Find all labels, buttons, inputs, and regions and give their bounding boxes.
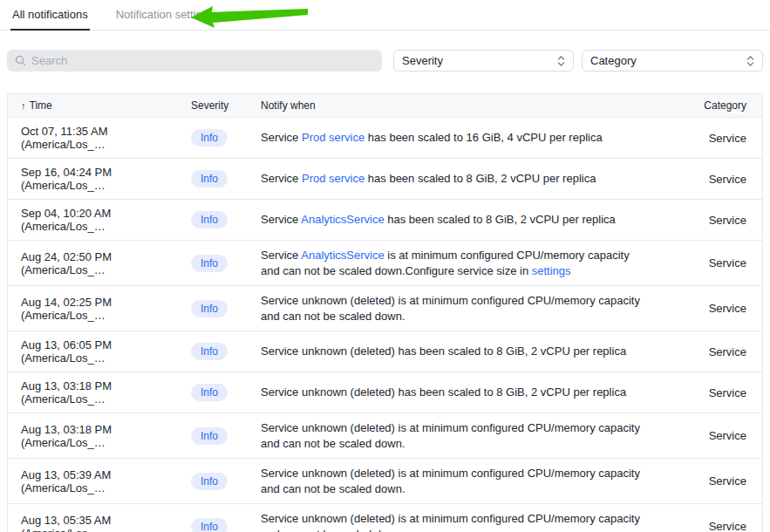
severity-filter-label: Severity (402, 54, 443, 67)
table-row[interactable]: Sep 04, 10:20 AM (America/Los_…InfoServi… (8, 200, 762, 241)
cell-category: Service (709, 302, 746, 315)
cell-category: Service (709, 173, 746, 186)
cell-severity: Info (191, 473, 261, 490)
cell-category: Service (709, 256, 746, 269)
table-row[interactable]: Aug 13, 03:18 PM (America/Los_…InfoServi… (8, 413, 762, 459)
notifications-table: ↑Time Severity Notify when Category Oct … (7, 93, 763, 532)
column-header-notify-when[interactable]: Notify when (261, 99, 644, 112)
notify-link[interactable]: Prod service (302, 172, 365, 185)
notify-text: Service (261, 213, 301, 226)
column-header-time[interactable]: ↑Time (21, 99, 191, 112)
notify-text: Service unknown (deleted) is at minimum … (261, 421, 640, 450)
cell-notify-when: Service unknown (deleted) is at minimum … (261, 293, 644, 324)
chevron-up-down-icon (557, 55, 565, 67)
table-row[interactable]: Aug 24, 02:50 PM (America/Los_…InfoServi… (8, 241, 762, 286)
cell-time: Aug 13, 03:18 PM (America/Los_… (21, 379, 191, 406)
cell-category: Service (709, 132, 746, 145)
notify-link[interactable]: Prod service (302, 131, 365, 144)
cell-notify-when: Service AnalyticsService is at minimum c… (261, 248, 644, 278)
tab-notification-settings[interactable]: Notification settings (114, 0, 216, 30)
notify-text: Service unknown (deleted) has been scale… (261, 385, 626, 399)
filters-bar: Severity Category (0, 31, 770, 72)
cell-time: Sep 04, 10:20 AM (America/Los_… (21, 207, 191, 233)
category-filter-select[interactable]: Category (582, 50, 763, 72)
column-header-severity[interactable]: Severity (191, 99, 261, 112)
cell-notify-when: Service unknown (deleted) has been scale… (261, 385, 644, 400)
cell-severity: Info (191, 211, 261, 228)
notify-text: Service (261, 131, 302, 144)
cell-severity: Info (191, 170, 261, 188)
notify-text: Service unknown (deleted) has been scale… (261, 344, 626, 358)
notify-link[interactable]: AnalyticsService (301, 213, 384, 226)
severity-badge: Info (191, 384, 228, 401)
severity-badge: Info (191, 170, 228, 188)
severity-badge: Info (191, 300, 228, 317)
cell-notify-when: Service unknown (deleted) is at minimum … (261, 420, 644, 451)
cell-time: Aug 13, 03:18 PM (America/Los_… (21, 423, 191, 449)
table-row[interactable]: Aug 14, 02:25 PM (America/Los_…InfoServi… (8, 286, 762, 331)
tab-all-notifications[interactable]: All notifications (10, 0, 90, 30)
table-row[interactable]: Sep 16, 04:24 PM (America/Los_…InfoServi… (8, 159, 762, 200)
severity-badge: Info (191, 518, 228, 532)
cell-time: Aug 14, 02:25 PM (America/Los_… (21, 296, 191, 322)
search-box[interactable] (7, 50, 382, 72)
notify-text: Service unknown (deleted) is at minimum … (261, 512, 640, 532)
cell-notify-when: Service Prod service has been scaled to … (261, 171, 644, 187)
table-header-row: ↑Time Severity Notify when Category (8, 94, 762, 118)
notify-text: has been scaled to 8 GiB, 2 vCPU per rep… (365, 172, 596, 185)
severity-filter-select[interactable]: Severity (393, 50, 574, 72)
cell-severity: Info (191, 384, 261, 401)
notify-link[interactable]: AnalyticsService (301, 249, 384, 262)
cell-time: Sep 16, 04:24 PM (America/Los_… (21, 166, 191, 192)
notify-text: Service unknown (deleted) is at minimum … (261, 294, 640, 323)
cell-category: Service (709, 520, 746, 532)
cell-time: Oct 07, 11:35 AM (America/Los_… (21, 125, 191, 151)
cell-notify-when: Service Prod service has been scaled to … (261, 130, 644, 146)
cell-notify-when: Service unknown (deleted) is at minimum … (261, 511, 644, 532)
cell-time: Aug 24, 02:50 PM (America/Los_… (21, 250, 191, 276)
cell-severity: Info (191, 518, 261, 532)
severity-badge: Info (191, 255, 228, 272)
severity-badge: Info (191, 427, 228, 445)
column-header-category[interactable]: Category (704, 99, 746, 112)
cell-category: Service (709, 214, 746, 227)
severity-badge: Info (191, 211, 228, 228)
table-body: Oct 07, 11:35 AM (America/Los_…InfoServi… (8, 118, 762, 532)
cell-severity: Info (191, 343, 261, 360)
table-row[interactable]: Aug 13, 03:18 PM (America/Los_…InfoServi… (8, 372, 762, 413)
notify-text: Service (261, 172, 302, 185)
cell-notify-when: Service unknown (deleted) is at minimum … (261, 466, 644, 496)
table-row[interactable]: Aug 13, 05:35 AM (America/Los_…InfoServi… (8, 504, 762, 532)
cell-severity: Info (191, 300, 261, 317)
cell-category: Service (709, 474, 746, 488)
cell-category: Service (709, 386, 746, 399)
table-row[interactable]: Oct 07, 11:35 AM (America/Los_…InfoServi… (8, 118, 762, 159)
cell-severity: Info (191, 427, 261, 445)
notify-link[interactable]: settings (532, 264, 571, 277)
cell-category: Service (709, 429, 746, 442)
chevron-up-down-icon (746, 55, 754, 67)
severity-badge: Info (191, 343, 228, 360)
notify-text: has been scaled to 16 GiB, 4 vCPU per re… (365, 131, 602, 144)
notify-text: Service (261, 249, 301, 262)
sort-ascending-icon: ↑ (21, 100, 26, 111)
cell-category: Service (709, 345, 746, 358)
cell-notify-when: Service unknown (deleted) has been scale… (261, 344, 644, 359)
cell-time: Aug 13, 05:35 AM (America/Los_… (21, 514, 191, 532)
tab-bar: All notifications Notification settings (0, 0, 770, 31)
cell-time: Aug 13, 06:05 PM (America/Los_… (21, 338, 191, 365)
notify-text: Service unknown (deleted) is at minimum … (261, 467, 640, 495)
search-input[interactable] (31, 54, 374, 67)
table-row[interactable]: Aug 13, 05:39 AM (America/Los_…InfoServi… (8, 459, 762, 504)
severity-badge: Info (191, 129, 228, 147)
cell-notify-when: Service AnalyticsService has been scaled… (261, 212, 644, 228)
cell-severity: Info (191, 129, 261, 147)
category-filter-label: Category (590, 54, 637, 67)
notify-text: has been scaled to 8 GiB, 2 vCPU per rep… (385, 213, 616, 226)
severity-badge: Info (191, 473, 228, 490)
table-row[interactable]: Aug 13, 06:05 PM (America/Los_…InfoServi… (8, 331, 762, 372)
cell-time: Aug 13, 05:39 AM (America/Los_… (21, 468, 191, 494)
search-icon (15, 55, 26, 66)
cell-severity: Info (191, 255, 261, 272)
